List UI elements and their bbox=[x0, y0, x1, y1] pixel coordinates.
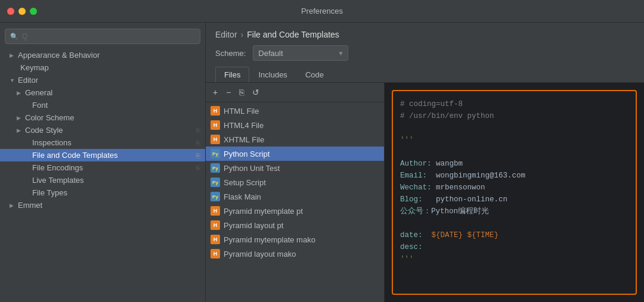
list-item[interactable]: H HTML File bbox=[206, 104, 384, 118]
sidebar-item-file-encodings[interactable]: File Encodings ⎘ bbox=[0, 161, 205, 174]
window-controls bbox=[7, 8, 37, 15]
breadcrumb-parent: Editor bbox=[215, 30, 237, 39]
search-placeholder: Q bbox=[22, 32, 27, 41]
list-item[interactable]: H Pyramid layout mako bbox=[206, 247, 384, 261]
file-item-label: Pyramid layout pt bbox=[224, 221, 283, 230]
maximize-button[interactable] bbox=[30, 8, 37, 15]
sidebar-item-live-templates[interactable]: Live Templates bbox=[0, 174, 205, 186]
scheme-label: Scheme: bbox=[215, 49, 246, 58]
sidebar-item-appearance[interactable]: ▶ Appearance & Behavior bbox=[0, 49, 205, 61]
list-item[interactable]: Py Setup Script bbox=[206, 175, 384, 189]
arrow-icon: ▶ bbox=[17, 90, 25, 96]
breadcrumb-separator: › bbox=[241, 30, 244, 39]
arrow-icon: ▼ bbox=[10, 77, 18, 83]
sidebar-item-font[interactable]: Font bbox=[0, 99, 205, 111]
file-item-label: HTML4 File bbox=[224, 121, 264, 130]
close-button[interactable] bbox=[7, 8, 14, 15]
breadcrumb: Editor › File and Code Templates bbox=[215, 30, 634, 39]
scheme-dropdown-wrapper[interactable]: Default Project ▼ bbox=[253, 45, 348, 61]
list-item-python-script[interactable]: Py Python Script bbox=[206, 147, 384, 161]
list-item[interactable]: Py Python Unit Test bbox=[206, 161, 384, 175]
copy-icon: ⎘ bbox=[196, 152, 200, 159]
sidebar-item-label: Appearance & Behavior bbox=[18, 51, 100, 60]
sidebar-item-keymap[interactable]: Keymap bbox=[0, 61, 205, 74]
code-line: desc: bbox=[400, 241, 628, 253]
sidebar-item-label: File Types bbox=[32, 188, 67, 197]
sidebar-item-emmet[interactable]: ▶ Emmet bbox=[0, 199, 205, 211]
content-area: Editor › File and Code Templates Scheme:… bbox=[206, 23, 644, 302]
file-list: H HTML File H HTML4 File H XHTML File bbox=[206, 102, 384, 302]
sidebar-item-editor[interactable]: ▼ Editor bbox=[0, 74, 205, 86]
file-item-label: Pyramid layout mako bbox=[224, 250, 296, 259]
sidebar-item-label: General bbox=[25, 88, 52, 97]
window-title: Preferences bbox=[301, 7, 343, 15]
minimize-button[interactable] bbox=[18, 8, 26, 15]
list-item[interactable]: Py Flask Main bbox=[206, 189, 384, 204]
code-line: Email: wongbingming@163.com bbox=[400, 170, 628, 182]
python-unittest-icon: Py bbox=[210, 163, 220, 173]
copy-icon: ⎘ bbox=[196, 139, 200, 147]
code-line: Author: wangbm bbox=[400, 158, 628, 170]
titlebar: Preferences bbox=[0, 0, 644, 23]
code-line: # /usr/bin/env python bbox=[400, 110, 628, 122]
file-item-label: XHTML File bbox=[224, 135, 264, 144]
list-item[interactable]: H Pyramid mytemplate mako bbox=[206, 232, 384, 247]
sidebar-item-color-scheme[interactable]: ▶ Color Scheme bbox=[0, 111, 205, 124]
tab-code[interactable]: Code bbox=[296, 67, 333, 82]
file-item-label: Python Script bbox=[224, 150, 270, 158]
python-script-icon: Py bbox=[210, 149, 220, 158]
code-line: 公众号：Python编程时光 bbox=[400, 206, 628, 217]
code-line: ''' bbox=[400, 253, 628, 265]
code-editor[interactable]: # coding=utf-8 # /usr/bin/env python '''… bbox=[392, 90, 637, 295]
reset-button[interactable]: ↺ bbox=[250, 86, 262, 98]
file-item-label: Python Unit Test bbox=[224, 164, 280, 173]
pyramid-mytemplate-mako-icon: H bbox=[210, 235, 220, 244]
code-line bbox=[400, 146, 628, 158]
file-list-toolbar: + − ⎘ ↺ bbox=[206, 83, 384, 102]
sidebar-item-label: Live Templates bbox=[32, 176, 83, 185]
xhtml-file-icon: H bbox=[210, 135, 220, 144]
file-item-label: HTML File bbox=[224, 107, 259, 116]
pyramid-layout-pt-icon: H bbox=[210, 220, 220, 230]
scheme-row: Scheme: Default Project ▼ bbox=[215, 45, 634, 61]
arrow-icon: ▶ bbox=[17, 115, 25, 121]
file-list-panel: + − ⎘ ↺ H HTML File H HTML4 File bbox=[206, 83, 385, 302]
pyramid-layout-mako-icon: H bbox=[210, 249, 220, 259]
sidebar-item-inspections[interactable]: Inspections ⎘ bbox=[0, 136, 205, 149]
sidebar-item-label: Keymap bbox=[20, 63, 49, 72]
tab-includes[interactable]: Includes bbox=[249, 67, 296, 82]
code-line bbox=[400, 122, 628, 134]
files-content: + − ⎘ ↺ H HTML File H HTML4 File bbox=[206, 83, 644, 302]
sidebar-item-file-types[interactable]: File Types bbox=[0, 186, 205, 199]
tab-files[interactable]: Files bbox=[215, 67, 249, 82]
code-line: date: ${DATE} ${TIME} bbox=[400, 229, 628, 241]
code-line bbox=[400, 217, 628, 229]
pyramid-mytemplate-pt-icon: H bbox=[210, 206, 220, 216]
arrow-icon: ▶ bbox=[10, 52, 18, 58]
sidebar-item-label: Emmet bbox=[18, 201, 42, 210]
sidebar-item-label: Font bbox=[32, 101, 48, 110]
list-item[interactable]: H Pyramid layout pt bbox=[206, 218, 384, 232]
arrow-icon: ▶ bbox=[17, 127, 25, 133]
file-item-label: Flask Main bbox=[224, 192, 261, 201]
sidebar-item-file-code-templates[interactable]: File and Code Templates ⎘ bbox=[0, 149, 205, 161]
sidebar-item-label: Inspections bbox=[32, 138, 72, 147]
code-line: Blog: python-online.cn bbox=[400, 194, 628, 206]
html4-file-icon: H bbox=[210, 120, 220, 130]
add-button[interactable]: + bbox=[210, 86, 220, 98]
list-item[interactable]: H XHTML File bbox=[206, 132, 384, 147]
code-line: ''' bbox=[400, 134, 628, 146]
copy-icon: ⎘ bbox=[196, 164, 200, 172]
list-item[interactable]: H HTML4 File bbox=[206, 118, 384, 132]
scheme-dropdown[interactable]: Default Project bbox=[253, 45, 348, 61]
list-item[interactable]: H Pyramid mytemplate pt bbox=[206, 204, 384, 218]
sidebar-item-code-style[interactable]: ▶ Code Style ⎘ bbox=[0, 124, 205, 136]
setup-script-icon: Py bbox=[210, 178, 220, 187]
sidebar-item-general[interactable]: ▶ General bbox=[0, 86, 205, 99]
search-bar[interactable]: 🔍 Q bbox=[5, 29, 200, 44]
search-icon: 🔍 bbox=[10, 33, 18, 41]
remove-button[interactable]: − bbox=[224, 86, 233, 98]
breadcrumb-current: File and Code Templates bbox=[247, 30, 339, 39]
file-item-label: Pyramid mytemplate pt bbox=[224, 207, 303, 216]
copy-button[interactable]: ⎘ bbox=[237, 86, 246, 98]
